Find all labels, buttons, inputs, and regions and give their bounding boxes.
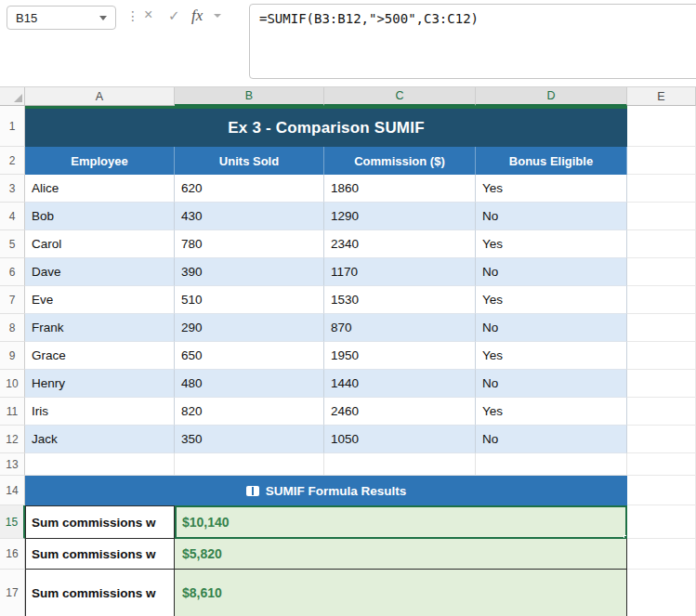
data-cell[interactable]: 1860 [324,175,476,203]
data-cell[interactable]: 2460 [324,398,476,426]
data-cell[interactable]: Dave [25,258,175,286]
data-cell[interactable]: 390 [175,258,324,286]
data-cell[interactable]: Yes [476,175,627,203]
row-number[interactable]: 9 [0,342,25,370]
empty-cell[interactable] [175,453,324,476]
empty-cell[interactable] [627,258,696,286]
data-cell[interactable]: Alice [25,175,175,203]
column-header-b[interactable]: B [175,87,324,106]
result-label-cell[interactable]: Sum commissions w [25,539,175,570]
row-number[interactable]: 1 [0,106,25,147]
empty-cell[interactable] [627,370,696,398]
empty-cell[interactable] [627,314,696,342]
result-value-cell[interactable]: $8,610 [175,570,627,616]
result-value-cell[interactable]: $5,820 [175,539,627,570]
data-cell[interactable]: 1290 [324,203,476,230]
empty-cell[interactable] [627,398,696,426]
empty-cell[interactable] [627,570,696,616]
empty-cell[interactable] [25,453,175,476]
row-number[interactable]: 15 [0,505,25,539]
result-label-cell[interactable]: Sum commissions w [25,505,175,539]
enter-icon[interactable]: ✓ [168,7,180,24]
column-header-d[interactable]: D [476,87,627,106]
data-cell[interactable]: No [476,370,627,398]
fill-handle[interactable] [624,535,627,539]
result-value-cell-selected[interactable]: $10,140 [175,505,627,539]
empty-cell[interactable] [627,505,696,539]
row-number[interactable]: 17 [0,570,25,616]
chevron-down-icon[interactable] [99,16,107,20]
empty-cell[interactable] [627,286,696,314]
data-cell[interactable]: Grace [25,342,175,370]
row-number[interactable]: 16 [0,539,25,570]
row-number[interactable]: 14 [0,476,25,505]
empty-cell[interactable] [627,147,696,175]
result-label-cell[interactable]: Sum commissions w [25,570,175,616]
row-number[interactable]: 7 [0,286,25,314]
chevron-down-icon[interactable] [214,14,221,18]
column-header-a[interactable]: A [25,87,175,106]
header-cell-units-sold[interactable]: Units Sold [175,147,324,175]
empty-cell[interactable] [627,203,696,230]
data-cell[interactable]: 2340 [324,230,476,258]
data-cell[interactable]: Henry [25,370,175,398]
row-number[interactable]: 13 [0,453,25,476]
row-number[interactable]: 8 [0,314,25,342]
data-cell[interactable]: No [476,203,627,230]
empty-cell[interactable] [324,453,476,476]
row-number[interactable]: 11 [0,398,25,426]
data-cell[interactable]: Yes [476,230,627,258]
data-cell[interactable]: Bob [25,203,175,230]
insert-function-icon[interactable]: fx [191,7,203,25]
empty-cell[interactable] [627,539,696,570]
row-number[interactable]: 5 [0,230,25,258]
data-cell[interactable]: Yes [476,286,627,314]
data-cell[interactable]: 430 [175,203,324,230]
header-cell-employee[interactable]: Employee [25,147,175,175]
data-cell[interactable]: Frank [25,314,175,342]
row-number[interactable]: 2 [0,147,25,175]
data-cell[interactable]: 820 [175,398,324,426]
title-banner-cell[interactable]: Ex 3 - Comparison SUMIF [25,106,627,147]
data-cell[interactable]: 510 [175,286,324,314]
data-cell[interactable]: Yes [476,342,627,370]
data-cell[interactable]: Iris [25,398,175,426]
data-cell[interactable]: 780 [175,230,324,258]
data-cell[interactable]: Eve [25,286,175,314]
results-banner-cell[interactable]: SUMIF Formula Results [25,476,627,505]
data-cell[interactable]: 1530 [324,286,476,314]
header-cell-commission[interactable]: Commission ($) [324,147,476,175]
empty-cell[interactable] [627,106,696,147]
row-number[interactable]: 10 [0,370,25,398]
data-cell[interactable]: 1050 [324,426,476,453]
empty-cell[interactable] [627,453,696,476]
data-cell[interactable]: 870 [324,314,476,342]
column-header-e[interactable]: E [627,87,696,106]
row-number[interactable]: 12 [0,426,25,453]
row-number[interactable]: 3 [0,175,25,203]
data-cell[interactable]: No [476,258,627,286]
empty-cell[interactable] [627,175,696,203]
data-cell[interactable]: 1950 [324,342,476,370]
data-cell[interactable]: 1440 [324,370,476,398]
data-cell[interactable]: 480 [175,370,324,398]
column-header-c[interactable]: C [324,87,476,106]
empty-cell[interactable] [627,230,696,258]
select-all-corner[interactable] [0,87,25,106]
row-number[interactable]: 6 [0,258,25,286]
data-cell[interactable]: Jack [25,426,175,453]
data-cell[interactable]: No [476,314,627,342]
name-box[interactable]: B15 [7,6,116,30]
data-cell[interactable]: Carol [25,230,175,258]
row-number[interactable]: 4 [0,203,25,230]
data-cell[interactable]: 290 [175,314,324,342]
data-cell[interactable]: 650 [175,342,324,370]
empty-cell[interactable] [476,453,627,476]
data-cell[interactable]: No [476,426,627,453]
data-cell[interactable]: Yes [476,398,627,426]
header-cell-bonus-eligible[interactable]: Bonus Eligible [476,147,627,175]
empty-cell[interactable] [627,476,696,505]
formula-input[interactable]: =SUMIF(B3:B12,">500",C3:C12) [249,4,696,79]
data-cell[interactable]: 350 [175,426,324,453]
data-cell[interactable]: 1170 [324,258,476,286]
